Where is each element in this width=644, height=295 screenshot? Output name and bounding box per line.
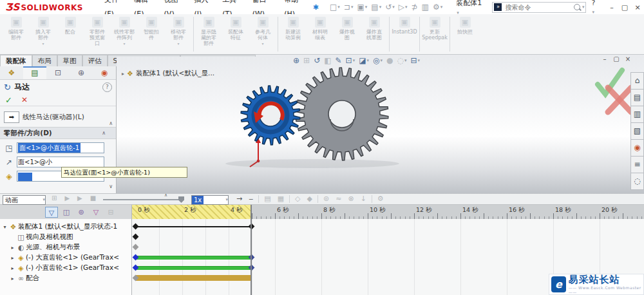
flyout-feature-tree[interactable]: ▸ ❖ 装配体1 (默认<默认_显... bbox=[122, 69, 214, 78]
timeline-ruler[interactable]: 0 秒2 秒4 秒6 秒8 秒10 秒12 秒14 秒16 秒18 秒20 秒 bbox=[132, 205, 644, 219]
collapse-all-icon[interactable]: ⊟ bbox=[104, 207, 117, 218]
slider-thumb[interactable] bbox=[178, 196, 184, 203]
instant3d-button[interactable]: ▣Instant3D bbox=[391, 14, 418, 54]
component-direction-section-header[interactable]: 零部件/方向(D) ∧ bbox=[0, 127, 116, 139]
scroll-down-icon[interactable]: ∨ bbox=[109, 184, 113, 189]
study-type-combo[interactable]: 动画 ▾ bbox=[3, 195, 46, 205]
filter-selected-icon[interactable]: ▽ bbox=[90, 207, 102, 218]
save-animation-icon[interactable]: ▤ bbox=[264, 195, 270, 203]
search-icon[interactable] bbox=[574, 4, 580, 10]
keyframe-0s[interactable] bbox=[133, 224, 139, 230]
playback-speed-combo[interactable]: 1x ▾ bbox=[191, 195, 229, 205]
play-from-start-icon[interactable]: ▶ bbox=[64, 195, 70, 202]
help-icon[interactable]: ? bbox=[102, 82, 112, 92]
sketch-visibility-icon[interactable]: ✎ bbox=[336, 56, 342, 65]
feature-manager-tab[interactable]: ❖ bbox=[0, 66, 23, 79]
attach-icon[interactable]: ⊅ bbox=[411, 3, 417, 12]
apply-scene-icon[interactable]: ◌▾ bbox=[397, 56, 407, 65]
contact-icon[interactable]: ⊗ bbox=[348, 195, 354, 203]
search-box[interactable]: » ▾ bbox=[492, 2, 586, 13]
take-snapshot-button[interactable]: ▣拍快照 bbox=[451, 14, 478, 54]
auto-key-icon[interactable]: ◇ bbox=[295, 195, 300, 203]
motion-study-properties-icon[interactable]: ⚙ bbox=[377, 195, 384, 203]
close-button[interactable]: × bbox=[631, 3, 644, 12]
filter-animated-icon[interactable]: ▽ bbox=[45, 207, 58, 218]
mates-bar[interactable] bbox=[136, 275, 252, 281]
file-explorer-icon[interactable]: ▧ bbox=[630, 123, 644, 140]
edit-appearance-icon[interactable]: ● bbox=[386, 56, 393, 65]
help-button[interactable]: ? ▾ bbox=[591, 0, 599, 15]
display-manager-tab[interactable]: ◉ bbox=[93, 66, 116, 79]
graphics-viewport[interactable]: ▸ ❖ 装配体1 (默认<默认_显... bbox=[117, 57, 644, 193]
motor-location-field[interactable]: 面<1>@小 bbox=[17, 157, 104, 167]
gears-model[interactable] bbox=[219, 57, 412, 173]
motor-icon[interactable]: ⊚ bbox=[323, 195, 329, 203]
assembly-features-button[interactable]: ▣装配体 特征 bbox=[222, 14, 249, 54]
tab-assembly[interactable]: 装配体 bbox=[0, 55, 32, 66]
animation-bar[interactable] bbox=[136, 256, 252, 260]
insert-components-button[interactable]: ▣插入零 部件▾ bbox=[30, 14, 57, 54]
track-gear-large[interactable]: ▸◈(-) 大直齿轮<1> (GearTrax< bbox=[0, 252, 131, 263]
calculate-icon[interactable]: ⊞ bbox=[52, 195, 57, 202]
doc-close-button[interactable]: × bbox=[622, 55, 634, 62]
home-icon[interactable]: ⌂ bbox=[630, 72, 644, 90]
dimxpert-manager-tab[interactable]: ⊕ bbox=[70, 66, 93, 79]
camera-view-key-icon[interactable]: ◫ bbox=[60, 207, 73, 218]
smart-fasteners-button[interactable]: ▣智能扣 件 bbox=[138, 14, 165, 54]
animation-wizard-icon[interactable]: ▦ bbox=[278, 195, 284, 203]
restore-button[interactable]: ▢ bbox=[618, 3, 631, 12]
cancel-button[interactable]: ✕ bbox=[21, 95, 28, 104]
expand-closed-icon[interactable]: ▸ bbox=[9, 265, 16, 271]
hide-show-items-icon[interactable]: ◎▾ bbox=[373, 56, 383, 65]
open-icon[interactable]: ⊐▾ bbox=[344, 3, 354, 12]
linear-component-pattern-button[interactable]: ▣线性零部 件阵列▾ bbox=[111, 14, 138, 54]
stop-icon[interactable]: ■ bbox=[90, 195, 96, 202]
print-icon[interactable]: ▤▾ bbox=[371, 3, 381, 12]
splitter-handle-icon[interactable]: ∧ bbox=[164, 193, 167, 198]
doc-minimize-button[interactable]: – bbox=[599, 55, 611, 62]
driving-motor-key-icon[interactable]: ⊚ bbox=[75, 207, 88, 218]
ok-button[interactable]: ✓ bbox=[5, 95, 12, 105]
select-icon[interactable]: ▷▾ bbox=[399, 3, 408, 12]
pin-icon[interactable]: ✱ bbox=[313, 3, 319, 12]
new-document-icon[interactable]: □▾ bbox=[330, 3, 340, 12]
configuration-manager-tab[interactable]: ⊡ bbox=[46, 66, 70, 79]
tab-sketch[interactable]: 草图 bbox=[57, 55, 82, 66]
add-key-icon[interactable]: ◆ bbox=[307, 195, 312, 203]
minimize-button[interactable]: – bbox=[605, 3, 618, 12]
explode-line-sketch-button[interactable]: ▣爆炸直 线草图 bbox=[361, 14, 388, 54]
spring-icon[interactable]: ≈ bbox=[336, 195, 341, 203]
expand-closed-icon[interactable]: ▸ bbox=[9, 245, 16, 251]
update-speedpak-button[interactable]: ▣更新 Speedpak bbox=[421, 14, 448, 54]
keyframe-0s[interactable] bbox=[133, 244, 139, 251]
show-hidden-components-button[interactable]: ▣显示隐 藏的零 部件 bbox=[195, 14, 222, 54]
search-chevron-icon[interactable]: ▾ bbox=[582, 5, 585, 10]
new-motion-study-button[interactable]: ▣新建运 动算例 bbox=[279, 14, 307, 54]
sw-resources-icon[interactable]: ▤ bbox=[630, 90, 644, 106]
display-style-icon[interactable]: ◪▾ bbox=[359, 56, 369, 65]
reference-geometry-button[interactable]: ▣参考几 何体▾ bbox=[249, 14, 276, 54]
motor-direction-field[interactable]: 面<1>@小直齿轮-1 bbox=[17, 142, 104, 153]
view-orientation-icon[interactable]: ⊡▾ bbox=[346, 56, 355, 65]
zoom-fit-icon[interactable]: ⊕ bbox=[293, 56, 299, 65]
next-frame-icon[interactable]: → bbox=[236, 195, 242, 203]
bill-of-materials-button[interactable]: ▣材料明 细表 bbox=[307, 14, 334, 54]
property-manager-tab[interactable]: ▤ bbox=[23, 66, 46, 79]
gravity-icon[interactable]: ↓ bbox=[361, 195, 366, 203]
track-gear-small[interactable]: ▸◈(-) 小直齿轮<1> (GearTrax< bbox=[0, 263, 131, 273]
search-scope-icon[interactable]: » bbox=[494, 3, 502, 11]
track-lights-cameras[interactable]: ▸◐光源、相机与布景 bbox=[0, 242, 131, 252]
tab-evaluate[interactable]: 评估 bbox=[82, 55, 108, 66]
options-icon[interactable]: ⚙▾ bbox=[433, 3, 442, 12]
mate-button[interactable]: ▣配合 bbox=[57, 14, 84, 54]
contract-timeline-icon[interactable]: ‒ bbox=[249, 195, 253, 203]
undo-icon[interactable]: ↺▾ bbox=[385, 3, 395, 12]
appearances-icon[interactable]: ◉ bbox=[630, 140, 644, 157]
forum-icon[interactable]: ◌ bbox=[630, 173, 644, 190]
expand-closed-icon[interactable]: ▸ bbox=[9, 276, 16, 281]
expand-open-icon[interactable]: ▾ bbox=[1, 224, 8, 230]
track-assembly[interactable]: ▾❖装配体1 (默认<默认_显示状态-1 bbox=[0, 222, 131, 232]
design-library-icon[interactable]: ▥ bbox=[630, 106, 644, 123]
move-component-button[interactable]: ▣移动零 部件▾ bbox=[165, 14, 192, 54]
track-orientation-views[interactable]: ◫视向及相机视图 bbox=[0, 232, 131, 242]
